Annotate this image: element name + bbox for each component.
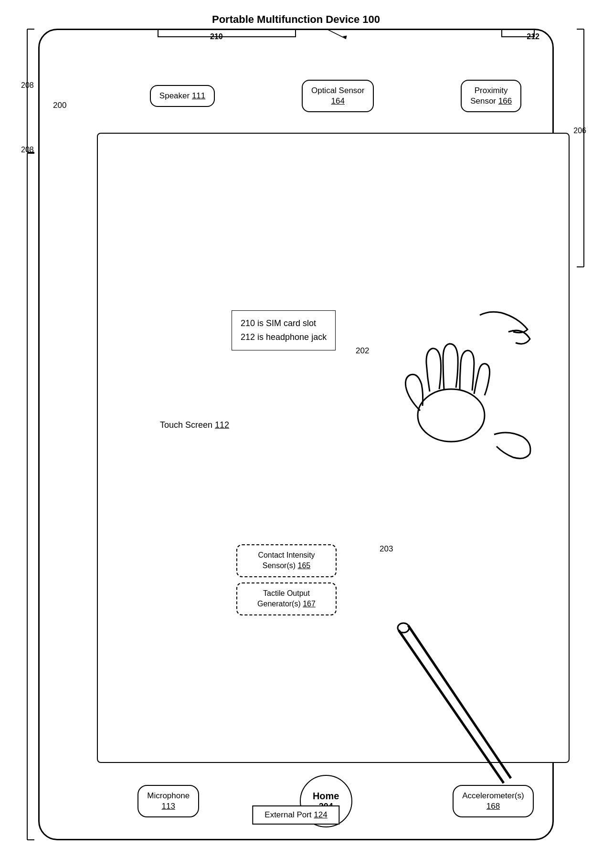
accelerometer-ref: 168: [486, 802, 500, 811]
touch-screen-area: 210 is SIM card slot 212 is headphone ja…: [97, 133, 570, 763]
label-203: 203: [380, 544, 393, 554]
proximity-sensor-label: ProximitySensor 166: [470, 86, 512, 106]
speaker-label: Speaker 111: [159, 91, 205, 100]
proximity-sensor-ref: 166: [498, 96, 512, 106]
proximity-sensor-component: ProximitySensor 166: [461, 80, 521, 112]
top-components-area: Speaker 111 Optical Sensor164 ProximityS…: [87, 67, 584, 125]
contact-intensity-ref: 165: [298, 561, 311, 570]
tactile-output-ref: 167: [303, 600, 316, 608]
microphone-component: Microphone113: [137, 785, 199, 817]
label-202: 202: [356, 346, 369, 356]
optical-sensor-ref: 164: [331, 96, 345, 106]
tactile-output-box: Tactile OutputGenerator(s) 167: [236, 582, 337, 615]
optical-sensor-component: Optical Sensor164: [302, 80, 374, 112]
accelerometer-label: Accelerometer(s)168: [462, 791, 524, 811]
microphone-label: Microphone113: [147, 791, 190, 811]
svg-point-5: [398, 623, 409, 633]
stylus: [360, 621, 513, 793]
bracket-right: [577, 29, 586, 267]
bracket-left-top: [25, 29, 34, 153]
hand-gesture: [365, 310, 537, 463]
tactile-output-label: Tactile OutputGenerator(s) 167: [257, 589, 316, 608]
svg-line-3: [399, 630, 504, 783]
annotation-box: 210 is SIM card slot 212 is headphone ja…: [232, 310, 336, 350]
device-outline: Speaker 111 Optical Sensor164 ProximityS…: [38, 29, 554, 840]
contact-intensity-label: Contact IntensitySensor(s) 165: [258, 551, 315, 570]
speaker-component: Speaker 111: [150, 85, 215, 107]
external-port-ref: 124: [314, 810, 327, 819]
annotation-line1: 210 is SIM card slot: [241, 317, 327, 330]
accelerometer-component: Accelerometer(s)168: [453, 785, 533, 817]
home-label: Home: [313, 791, 339, 802]
bottom-components-area: Microphone113 Home 204 Accelerometer(s)1…: [87, 768, 584, 835]
optical-sensor-label: Optical Sensor164: [311, 86, 365, 106]
annotation-line2: 212 is headphone jack: [241, 330, 327, 344]
contact-intensity-box: Contact IntensitySensor(s) 165: [236, 544, 337, 577]
speaker-ref: 111: [192, 91, 205, 100]
bracket-left-bottom: [25, 153, 34, 840]
external-port: External Port 124: [252, 805, 339, 825]
microphone-ref: 113: [162, 802, 175, 811]
touchscreen-label: Touch Screen 112: [160, 420, 229, 430]
svg-line-4: [408, 625, 511, 778]
page-title: Portable Multifunction Device 100: [212, 13, 380, 26]
touchscreen-ref: 112: [215, 420, 229, 430]
label-200: 200: [53, 101, 66, 110]
svg-point-2: [418, 389, 485, 442]
